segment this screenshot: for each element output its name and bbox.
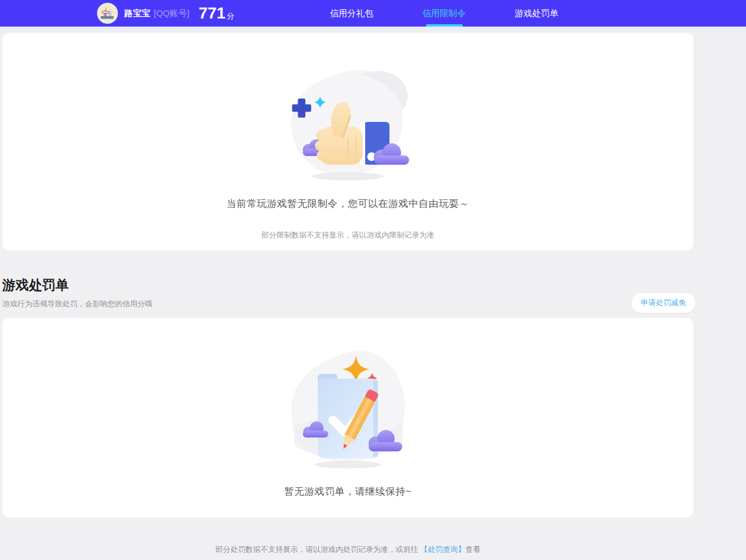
user-name: 路宝宝: [124, 8, 150, 19]
penalty-section-title: 游戏处罚单: [2, 276, 693, 294]
top-header-bar: 路宝宝 [QQ账号] 771 分 信用分礼包 信用限制令 游戏处罚单: [0, 0, 746, 27]
credit-score-value: 771: [199, 0, 226, 27]
thumbs-up-illustration: [279, 62, 417, 183]
user-avatar[interactable]: [97, 3, 118, 24]
restriction-data-note: 部分限制数据不支持显示，请以游戏内限制记录为准: [262, 230, 435, 240]
credit-score-unit: 分: [227, 11, 234, 21]
footer-text-before: 部分处罚数据不支持展示，请以游戏内处罚记录为准，或前往: [216, 545, 421, 554]
credit-score: 771 分: [199, 0, 235, 27]
avatar-image: [98, 3, 117, 23]
penalty-empty-card: 暂无游戏罚单，请继续保持~: [2, 318, 693, 517]
penalty-section-header: 游戏处罚单 游戏行为违规导致处罚，会影响您的信用分哦 申请处罚减免: [2, 276, 693, 309]
nav-tab-credit-gift[interactable]: 信用分礼包: [330, 0, 373, 27]
top-navigation: 信用分礼包 信用限制令 游戏处罚单: [330, 0, 558, 27]
penalty-query-link[interactable]: 【处罚查询】: [420, 545, 465, 554]
footer-note: 部分处罚数据不支持展示，请以游戏内处罚记录为准，或前往 【处罚查询】查看: [2, 544, 693, 555]
footer-text-after: 查看: [465, 545, 480, 554]
penalty-section-subtitle: 游戏行为违规导致处罚，会影响您的信用分哦: [2, 299, 693, 309]
nav-tab-credit-restriction[interactable]: 信用限制令: [422, 0, 466, 27]
penalty-empty-illustration: [277, 344, 418, 472]
account-type-label: [QQ账号]: [154, 8, 190, 19]
restriction-empty-card: 当前常玩游戏暂无限制令，您可以在游戏中自由玩耍～ 部分限制数据不支持显示，请以游…: [2, 33, 693, 250]
nav-tab-game-penalty[interactable]: 游戏处罚单: [515, 0, 558, 27]
restriction-empty-message: 当前常玩游戏暂无限制令，您可以在游戏中自由玩耍～: [227, 197, 469, 210]
header-shadow: [0, 27, 746, 32]
user-info-block: 路宝宝 [QQ账号] 771 分: [97, 0, 234, 27]
apply-penalty-relief-button[interactable]: 申请处罚减免: [632, 293, 695, 313]
penalty-empty-message: 暂无游戏罚单，请继续保持~: [284, 485, 411, 498]
